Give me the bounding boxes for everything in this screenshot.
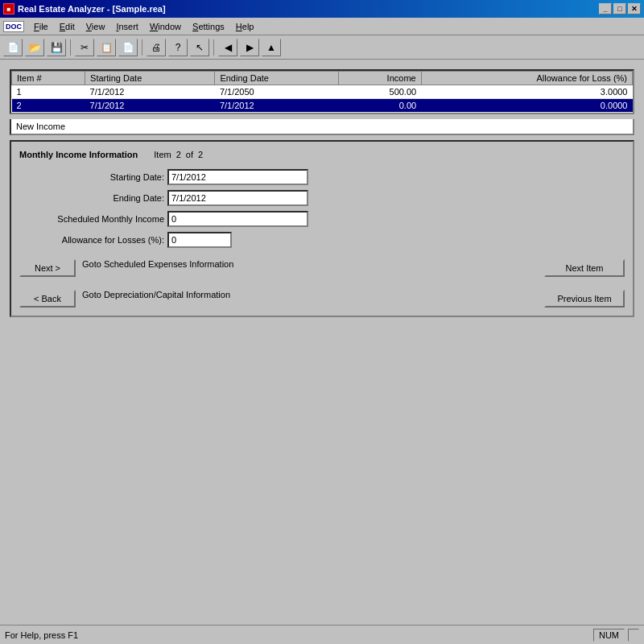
help-text: For Help, press F1 [5,630,78,640]
next-button[interactable]: Next > [19,259,76,277]
starting-date-label: Starting Date: [19,172,164,182]
ending-date-label: Ending Date: [19,193,164,203]
title-controls: _ □ ✕ [599,3,641,14]
separator-3 [213,39,214,56]
buttons-grid: Next > Goto Scheduled Expenses Informati… [19,259,625,308]
col-header-start: Starting Date [85,72,215,85]
cell-allowance-2: 0.0000 [421,99,632,113]
cell-item-2: 2 [12,99,85,113]
allowance-input[interactable] [167,232,232,248]
item-info: Item 2 of 2 [154,150,203,159]
allowance-row: Allowance for Losses (%): [19,232,625,248]
menu-edit[interactable]: Edit [55,20,80,33]
income-table: Item # Starting Date Ending Date Income … [11,71,633,113]
cell-income-2: 0.00 [339,99,422,113]
scheduled-income-label: Scheduled Monthly Income [19,214,164,224]
section-title: Monthly Income Information [19,150,138,159]
doc-icon: DOC [3,21,24,32]
menu-settings[interactable]: Settings [188,20,229,33]
close-button[interactable]: ✕ [628,3,641,14]
separator-2 [142,39,142,56]
toolbar-cut[interactable]: ✂ [75,39,94,56]
menu-window[interactable]: Window [145,20,186,33]
starting-date-row: Starting Date: [19,169,625,185]
section-title-row: Monthly Income Information Item 2 of 2 [19,150,625,159]
minimize-button[interactable]: _ [599,3,612,14]
item-label: Item [154,150,171,159]
cell-allowance-1: 3.0000 [421,85,632,99]
cell-item-1: 1 [12,85,85,99]
num-lock-indicator: NUM [593,629,625,642]
cell-income-1: 500.00 [339,85,422,99]
allowance-label: Allowance for Losses (%): [19,235,164,245]
col-header-income: Income [339,72,422,85]
goto-depreciation-label: Goto Depreciation/Capital Information [76,290,544,308]
scheduled-income-input[interactable] [167,211,308,227]
goto-scheduled-label: Goto Scheduled Expenses Information [76,259,544,277]
cell-start-1: 7/1/2012 [85,85,215,99]
item-of: of [186,150,193,159]
table-row[interactable]: 2 7/1/2012 7/1/2012 0.00 0.0000 [12,99,633,113]
title-bar: ■ Real Estate Analyzer - [Sample.rea] _ … [0,0,644,18]
menu-file[interactable]: File [29,20,53,33]
cell-end-1: 7/1/2050 [215,85,339,99]
cell-end-2: 7/1/2012 [215,99,339,113]
separator-1 [70,39,71,56]
toolbar-copy[interactable]: 📋 [97,39,116,56]
toolbar-print[interactable]: 🖨 [147,39,166,56]
col-header-allowance: Allowance for Loss (%) [421,72,632,85]
toolbar-new[interactable]: 📄 [3,39,23,56]
title-text: Real Estate Analyzer - [Sample.rea] [18,4,166,14]
toolbar-cursor[interactable]: ↖ [190,39,209,56]
back-button[interactable]: < Back [19,290,76,308]
status-right: NUM [593,629,639,642]
item-current: 2 [176,150,181,159]
toolbar-prev[interactable]: ◀ [218,39,237,56]
status-extra [628,629,639,642]
toolbar-next[interactable]: ▶ [240,39,259,56]
toolbar-up[interactable]: ▲ [262,39,281,56]
col-header-end: Ending Date [215,72,339,85]
item-total: 2 [198,150,203,159]
income-description: New Income [16,122,65,131]
toolbar-help[interactable]: ? [168,39,188,56]
menu-insert[interactable]: Insert [111,20,143,33]
toolbar-save[interactable]: 💾 [47,39,66,56]
app-icon: ■ [3,3,14,14]
description-row: New Income [10,119,634,135]
status-bar: For Help, press F1 NUM [0,625,644,644]
section-panel: Monthly Income Information Item 2 of 2 S… [10,140,634,317]
toolbar-open[interactable]: 📂 [25,39,44,56]
table-row[interactable]: 1 7/1/2012 7/1/2050 500.00 3.0000 [12,85,633,99]
menu-view[interactable]: View [81,20,110,33]
main-content: Item # Starting Date Ending Date Income … [0,60,644,625]
ending-date-input[interactable] [167,190,308,206]
starting-date-input[interactable] [167,169,308,185]
ending-date-row: Ending Date: [19,190,625,206]
toolbar: 📄 📂 💾 ✂ 📋 📄 🖨 ? ↖ ◀ ▶ ▲ [0,35,644,60]
menu-bar: DOC File Edit View Insert Window Setting… [0,18,644,35]
toolbar-paste[interactable]: 📄 [118,39,138,56]
menu-help[interactable]: Help [231,20,259,33]
col-header-item: Item # [12,72,85,85]
maximize-button[interactable]: □ [613,3,626,14]
previous-item-button[interactable]: Previous Item [544,290,625,308]
cell-start-2: 7/1/2012 [85,99,215,113]
scheduled-income-row: Scheduled Monthly Income [19,211,625,227]
table-container: Item # Starting Date Ending Date Income … [10,69,634,114]
next-item-button[interactable]: Next Item [544,259,625,277]
